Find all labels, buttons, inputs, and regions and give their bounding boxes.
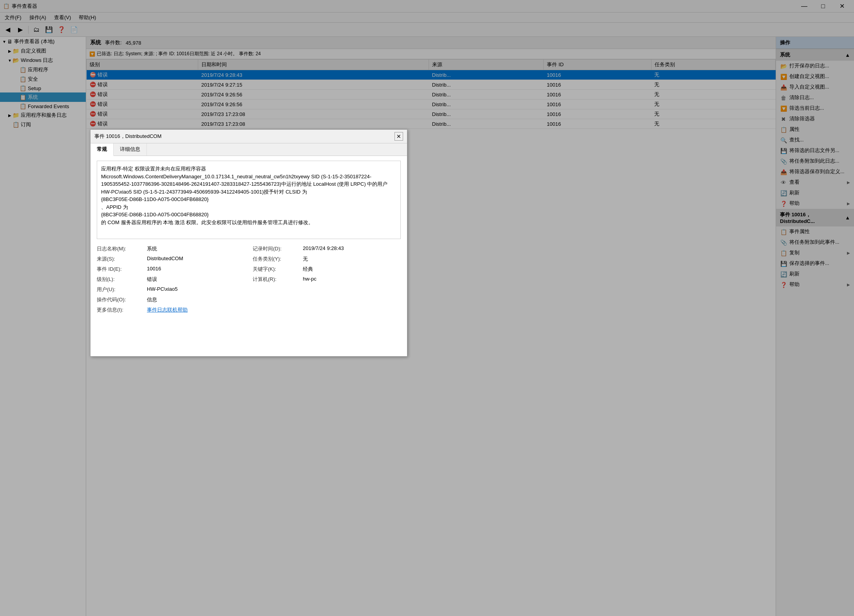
detail-level-value: 错误 bbox=[147, 276, 157, 283]
detail-event-id-value: 10016 bbox=[147, 266, 161, 272]
detail-computer-label: 计算机(R): bbox=[253, 276, 300, 283]
detail-more-info: 更多信息(I): 事件日志联机帮助 bbox=[97, 306, 245, 313]
tab-general[interactable]: 常规 bbox=[90, 143, 114, 156]
modal-title-bar: 事件 10016，DistributedCOM ✕ bbox=[90, 130, 407, 143]
detail-task-value: 无 bbox=[303, 255, 308, 263]
detail-user: 用户(U): HW-PC\xiao5 bbox=[97, 286, 245, 293]
detail-level-label: 级别(L): bbox=[97, 276, 144, 283]
detail-keyword-label: 关键字(K): bbox=[253, 266, 300, 273]
more-info-link[interactable]: 事件日志联机帮助 bbox=[147, 306, 188, 313]
detail-keyword: 关键字(K): 经典 bbox=[253, 266, 401, 273]
detail-recorded-label: 记录时间(D): bbox=[253, 245, 300, 252]
modal-title: 事件 10016，DistributedCOM bbox=[94, 133, 161, 140]
detail-computer: 计算机(R): hw-pc bbox=[253, 276, 401, 283]
detail-recorded: 记录时间(D): 2019/7/24 9:28:43 bbox=[253, 245, 401, 252]
modal-close-button[interactable]: ✕ bbox=[394, 132, 403, 141]
detail-log-name-label: 日志名称(M): bbox=[97, 245, 144, 252]
details-left: 日志名称(M): 系统 来源(S): DistributedCOM 事件 ID(… bbox=[97, 245, 245, 313]
event-description-text: 应用程序-特定 权限设置并未向在应用程序容器 Microsoft.Windows… bbox=[101, 166, 389, 225]
modal-content: 应用程序-特定 权限设置并未向在应用程序容器 Microsoft.Windows… bbox=[90, 156, 407, 318]
detail-log-name: 日志名称(M): 系统 bbox=[97, 245, 245, 252]
event-details-grid: 日志名称(M): 系统 来源(S): DistributedCOM 事件 ID(… bbox=[97, 245, 401, 313]
detail-keyword-value: 经典 bbox=[303, 266, 313, 273]
detail-recorded-value: 2019/7/24 9:28:43 bbox=[303, 245, 344, 251]
detail-source-label: 来源(S): bbox=[97, 255, 144, 263]
modal-dialog: 事件 10016，DistributedCOM ✕ 常规 详细信息 应用程序-特… bbox=[90, 129, 407, 357]
detail-log-name-value: 系统 bbox=[147, 245, 157, 252]
detail-more-info-label: 更多信息(I): bbox=[97, 306, 144, 313]
modal-tabs: 常规 详细信息 bbox=[90, 143, 407, 156]
tab-details[interactable]: 详细信息 bbox=[114, 143, 147, 156]
detail-level: 级别(L): 错误 bbox=[97, 276, 245, 283]
detail-opcode-label: 操作代码(O): bbox=[97, 296, 144, 303]
detail-opcode-value: 信息 bbox=[147, 296, 157, 303]
detail-source: 来源(S): DistributedCOM bbox=[97, 255, 245, 263]
event-description: 应用程序-特定 权限设置并未向在应用程序容器 Microsoft.Windows… bbox=[97, 161, 401, 239]
modal-overlay: 事件 10016，DistributedCOM ✕ 常规 详细信息 应用程序-特… bbox=[0, 0, 854, 616]
detail-computer-value: hw-pc bbox=[303, 276, 317, 282]
detail-opcode: 操作代码(O): 信息 bbox=[97, 296, 245, 303]
detail-user-label: 用户(U): bbox=[97, 286, 144, 293]
detail-task: 任务类别(Y): 无 bbox=[253, 255, 401, 263]
detail-event-id-label: 事件 ID(E): bbox=[97, 266, 144, 273]
detail-event-id: 事件 ID(E): 10016 bbox=[97, 266, 245, 273]
detail-source-value: DistributedCOM bbox=[147, 255, 183, 261]
details-right: 记录时间(D): 2019/7/24 9:28:43 任务类别(Y): 无 关键… bbox=[253, 245, 401, 313]
detail-task-label: 任务类别(Y): bbox=[253, 255, 300, 263]
detail-user-value: HW-PC\xiao5 bbox=[147, 286, 178, 292]
